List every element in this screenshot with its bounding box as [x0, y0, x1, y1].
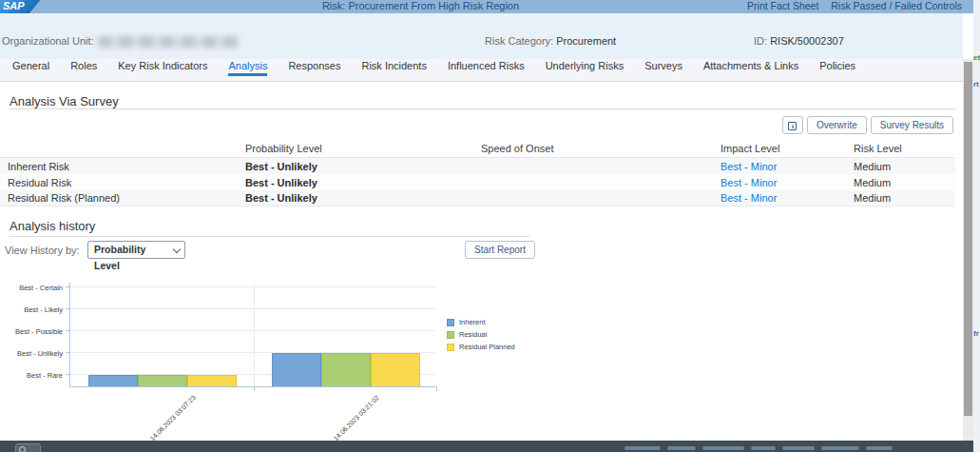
tab-key-risk-indicators[interactable]: Key Risk Indicators [107, 56, 218, 81]
chart-legend: InherentResidualResidual Planned [447, 318, 515, 355]
view-history-by-value: Probability Level [94, 244, 145, 271]
column-header: Speed of Onset [473, 143, 713, 154]
tab-label: General [12, 60, 49, 76]
org-unit-label: Organizational Unit: [2, 35, 94, 47]
risk-category-label: Risk Category: [485, 35, 553, 47]
cropped-right-edge: etrtfr [973, 0, 980, 452]
clipped-text-fragment: et [973, 53, 980, 62]
history-section-title: Analysis history [10, 219, 95, 233]
risk-analysis-table: Probability LevelSpeed of OnsetImpact Le… [0, 140, 955, 206]
probability-cell: Best - Unlikely [238, 161, 473, 172]
info-button[interactable]: i [782, 116, 803, 134]
risk-id-label: ID: [754, 35, 767, 47]
probability-cell: Best - Unlikely [238, 177, 473, 188]
page-title: Risk: Procurement From High Risk Region [318, 0, 523, 13]
tab-label: Surveys [644, 60, 682, 76]
risk-level-cell: Medium [846, 177, 955, 188]
column-header: Probability Level [238, 143, 473, 154]
legend-swatch [447, 319, 454, 326]
table-row: Inherent RiskBest - UnlikelyBest - Minor… [0, 158, 955, 174]
x-axis-tick [436, 386, 437, 391]
tab-bar: GeneralRolesKey Risk IndicatorsAnalysisR… [0, 59, 963, 82]
statusbar-clipped-text [625, 446, 893, 450]
tab-attachments-links[interactable]: Attachments & Links [693, 56, 809, 81]
record-circle-icon [19, 446, 26, 452]
chart-plot-area [69, 283, 435, 387]
row-label: Residual Risk (Planned) [0, 192, 238, 204]
legend-label: Residual [459, 330, 487, 339]
overwrite-button[interactable]: Overwrite [807, 116, 867, 134]
risk-info-bar: Organizational Unit: Risk Category: Proc… [0, 13, 963, 59]
risk-category-value: Procurement [556, 35, 616, 47]
y-axis-label: Best - Likely [0, 305, 63, 314]
y-axis-tick [66, 374, 70, 375]
vertical-scrollbar[interactable] [963, 59, 973, 441]
y-axis-tick [66, 352, 70, 353]
legend-label: Inherent [459, 318, 486, 326]
topbar-links: Print Fact Sheet Risk Passed / Failed Co… [738, 0, 962, 13]
y-axis-label: Best - Certain [0, 284, 63, 292]
tab-analysis[interactable]: Analysis [218, 56, 278, 81]
bar-residual [321, 353, 371, 386]
analysis-history-chart: Best - RareBest - UnlikelyBest - Possibl… [0, 276, 955, 440]
bar-residual [138, 375, 187, 386]
risk-level-cell: Medium [846, 192, 955, 204]
scrollbar-thumb[interactable] [964, 62, 972, 416]
column-header: Risk Level [846, 143, 955, 154]
bar-inherent [272, 353, 321, 386]
print-fact-sheet-link[interactable]: Print Fact Sheet [747, 0, 818, 11]
top-shell-bar: SAP Risk: Procurement From High Risk Reg… [0, 0, 973, 13]
tab-label: Analysis [228, 60, 267, 76]
legend-item: Residual [447, 330, 515, 339]
tab-general[interactable]: General [2, 56, 60, 81]
row-label: Residual Risk [0, 177, 238, 188]
tab-label: Underlying Risks [546, 60, 625, 76]
sap-grc-risk-window: SAP Risk: Procurement From High Risk Reg… [0, 0, 980, 452]
tab-label: Attachments & Links [703, 60, 798, 76]
x-axis-tick [254, 386, 255, 391]
risk-id-value: RISK/50002307 [770, 35, 844, 47]
history-section-divider [10, 236, 529, 237]
probability-cell: Best - Unlikely [238, 192, 473, 204]
impact-link[interactable]: Best - Minor [713, 192, 846, 204]
survey-section-title: Analysis Via Survey [10, 94, 119, 108]
status-widget[interactable] [15, 443, 41, 452]
tab-label: Influenced Risks [448, 60, 525, 76]
risk-level-cell: Medium [846, 161, 955, 172]
table-header-row: Probability LevelSpeed of OnsetImpact Le… [0, 140, 955, 158]
row-label: Inherent Risk [0, 161, 238, 172]
y-axis-tick [66, 330, 70, 331]
table-row: Residual Risk (Planned)Best - UnlikelyBe… [0, 190, 955, 206]
y-axis-tick [66, 308, 70, 309]
legend-label: Residual Planned [459, 343, 515, 351]
start-report-button[interactable]: Start Report [465, 241, 535, 259]
survey-results-button[interactable]: Survey Results [871, 116, 953, 134]
info-icon: i [788, 122, 797, 130]
y-axis-label: Best - Possible [0, 327, 63, 336]
tab-surveys[interactable]: Surveys [634, 56, 693, 81]
tab-roles[interactable]: Roles [60, 56, 107, 81]
y-axis-label: Best - Unlikely [0, 349, 63, 358]
view-history-by-select[interactable]: Probability Level [87, 241, 185, 259]
impact-link[interactable]: Best - Minor [713, 177, 846, 188]
risk-passed-failed-controls-link[interactable]: Risk Passed / Failed Controls [831, 0, 962, 11]
impact-link[interactable]: Best - Minor [713, 161, 846, 172]
tab-influenced-risks[interactable]: Influenced Risks [437, 56, 535, 81]
sap-logo-text: SAP [3, 0, 25, 11]
legend-item: Inherent [447, 318, 515, 326]
org-unit-value-redacted [98, 36, 239, 48]
bar-inherent [88, 375, 138, 386]
tab-label: Risk Incidents [361, 60, 426, 76]
tab-responses[interactable]: Responses [278, 56, 351, 81]
tab-risk-incidents[interactable]: Risk Incidents [351, 56, 436, 81]
tab-underlying-risks[interactable]: Underlying Risks [535, 56, 635, 81]
bar-residual-planned [371, 353, 420, 386]
chevron-down-icon [173, 246, 181, 253]
tab-label: Key Risk Indicators [118, 60, 207, 76]
table-row: Residual RiskBest - UnlikelyBest - Minor… [0, 174, 955, 190]
tab-policies[interactable]: Policies [809, 56, 866, 81]
legend-swatch [447, 331, 454, 339]
tab-label: Responses [288, 60, 340, 76]
clipped-text-fragment: fr [973, 329, 979, 338]
tab-label: Policies [819, 60, 855, 76]
